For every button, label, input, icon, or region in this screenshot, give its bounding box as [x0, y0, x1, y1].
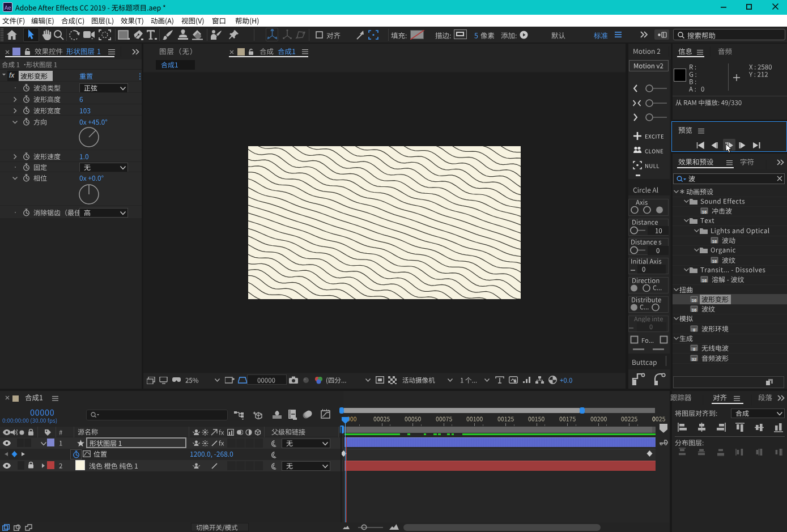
svg-text:16: 16: [712, 239, 717, 244]
svg-text:8: 8: [693, 327, 695, 333]
svg-text:32: 32: [692, 357, 696, 362]
svg-text:8: 8: [693, 347, 695, 352]
svg-text:16: 16: [712, 259, 717, 264]
svg-text:16: 16: [702, 278, 707, 283]
svg-text:16: 16: [702, 210, 707, 215]
svg-text:16: 16: [692, 308, 696, 313]
svg-text:16: 16: [692, 298, 696, 303]
